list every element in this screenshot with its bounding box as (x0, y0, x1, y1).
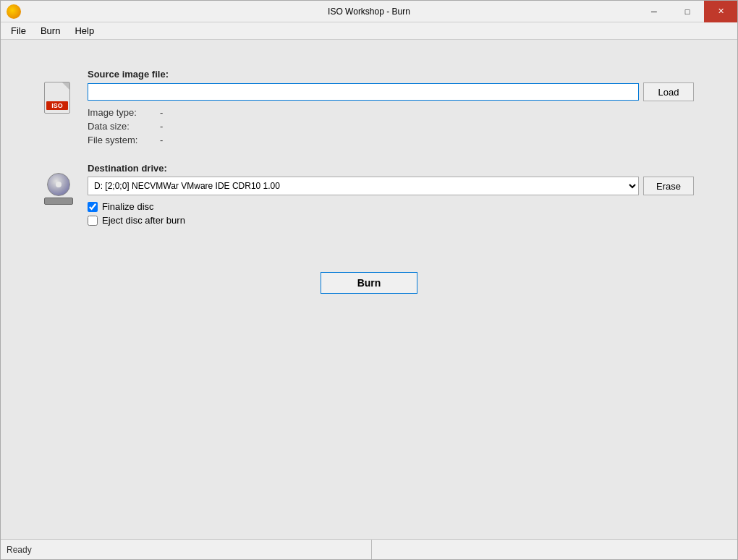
finalize-disc-row: Finalize disc (88, 201, 694, 212)
file-system-row: File system: - (88, 135, 694, 145)
image-type-key: Image type: (88, 107, 160, 118)
data-size-row: Data size: - (88, 121, 694, 132)
destination-select-row: D: [2;0;0] NECVMWar VMware IDE CDR10 1.0… (88, 177, 694, 195)
window-title: ISO Workshop - Burn (328, 7, 410, 17)
main-window: ISO Workshop - Burn ─ □ ✕ File Burn Help… (0, 0, 738, 560)
iso-file-icon: ISO (44, 82, 73, 114)
status-text: Ready (7, 545, 32, 555)
close-button[interactable]: ✕ (704, 1, 737, 22)
eject-disc-label[interactable]: Eject disc after burn (102, 215, 185, 226)
drive-icon (44, 173, 73, 205)
disc-circle (47, 173, 70, 196)
eject-disc-checkbox[interactable] (88, 216, 98, 226)
status-divider (371, 540, 372, 559)
app-icon (7, 4, 21, 19)
source-image-label: Source image file: (88, 69, 694, 80)
main-content: ISO Source image file: Load Image type: … (1, 40, 737, 540)
menu-file[interactable]: File (4, 24, 33, 38)
finalize-disc-checkbox[interactable] (88, 202, 98, 212)
menu-help[interactable]: Help (67, 24, 101, 38)
destination-section: Destination drive: D: [2;0;0] NECVMWar V… (44, 163, 694, 229)
source-input-row: Load (88, 82, 694, 101)
source-info-rows: Image type: - Data size: - File system: … (88, 107, 694, 145)
data-size-val: - (160, 121, 163, 132)
source-section: ISO Source image file: Load Image type: … (44, 69, 694, 148)
title-bar-buttons: ─ □ ✕ (637, 1, 737, 22)
drive-select[interactable]: D: [2;0;0] NECVMWar VMware IDE CDR10 1.0… (88, 177, 639, 195)
file-system-key: File system: (88, 135, 160, 145)
destination-drive-label: Destination drive: (88, 163, 694, 174)
data-size-key: Data size: (88, 121, 160, 132)
drive-body (44, 198, 73, 205)
drive-icon-container (44, 173, 73, 205)
disc-hole (56, 182, 62, 187)
iso-label: ISO (46, 101, 68, 110)
minimize-button[interactable]: ─ (637, 1, 671, 22)
burn-area: Burn (44, 272, 694, 294)
finalize-disc-label[interactable]: Finalize disc (102, 201, 154, 212)
eject-disc-row: Eject disc after burn (88, 215, 694, 226)
menu-bar: File Burn Help (1, 22, 737, 40)
erase-button[interactable]: Erase (643, 177, 694, 195)
source-image-input[interactable] (88, 83, 639, 101)
load-button[interactable]: Load (643, 82, 694, 101)
status-bar: Ready (1, 539, 737, 559)
menu-burn[interactable]: Burn (33, 24, 67, 38)
source-fields: Source image file: Load Image type: - Da… (88, 69, 694, 148)
image-type-val: - (160, 107, 163, 118)
title-bar: ISO Workshop - Burn ─ □ ✕ (1, 1, 737, 22)
destination-fields: Destination drive: D: [2;0;0] NECVMWar V… (88, 163, 694, 229)
image-type-row: Image type: - (88, 107, 694, 118)
file-system-val: - (160, 135, 163, 145)
title-bar-left (7, 4, 21, 19)
restore-button[interactable]: □ (671, 1, 704, 22)
burn-button[interactable]: Burn (321, 272, 418, 294)
